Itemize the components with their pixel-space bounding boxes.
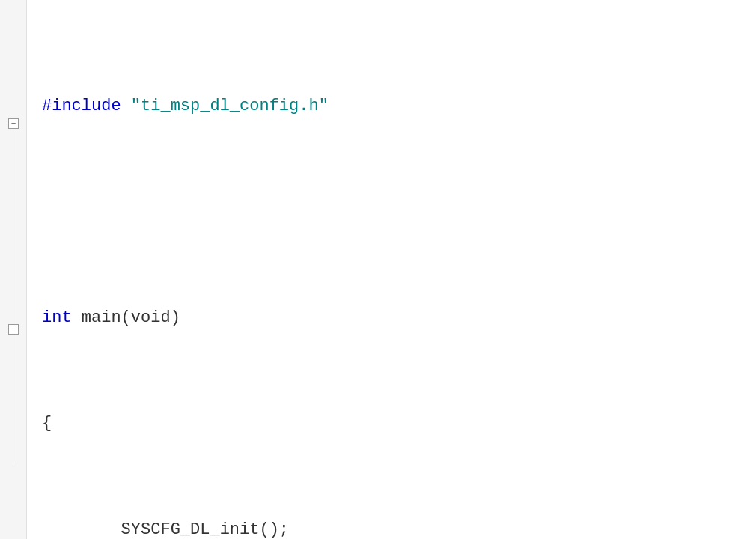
include-path: "ti_msp_dl_config.h" <box>131 97 329 115</box>
code-content: − − #include "ti_msp_dl_config.h" int ma… <box>0 0 756 539</box>
brace-open-main: { <box>42 414 52 433</box>
code-line-5: SYSCFG_DL_init(); <box>42 517 741 539</box>
code-line-1: #include "ti_msp_dl_config.h" <box>42 93 741 120</box>
code-line-3: int main(void) <box>42 305 741 332</box>
collapse-main-button[interactable]: − <box>8 118 19 129</box>
main-signature: main(void) <box>82 308 180 327</box>
keyword-int: int <box>42 308 82 327</box>
syscfg-call: SYSCFG_DL_init(); <box>42 520 289 539</box>
collapse-while-button[interactable]: − <box>8 324 19 335</box>
code-line-4: { <box>42 410 741 437</box>
code-line-2 <box>42 198 741 225</box>
collapse-main-icon: − <box>11 119 16 128</box>
code-area: #include "ti_msp_dl_config.h" int main(v… <box>27 0 756 539</box>
gutter: − − <box>0 0 27 539</box>
code-editor: − − #include "ti_msp_dl_config.h" int ma… <box>0 0 756 539</box>
gutter-line-while <box>13 335 13 424</box>
directive-include: #include <box>42 97 131 115</box>
collapse-while-icon: − <box>11 325 16 334</box>
